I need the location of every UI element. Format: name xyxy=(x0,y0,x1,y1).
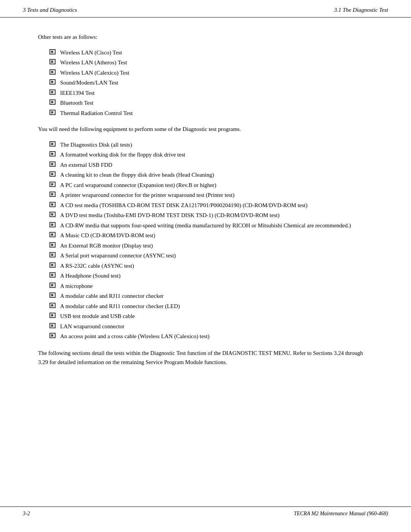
checkbox-icon xyxy=(49,272,56,278)
checkbox-icon xyxy=(49,222,56,227)
list-item: LAN wraparound connector xyxy=(49,322,373,331)
list-item: A microphone xyxy=(49,282,373,291)
list-item: A cleaning kit to clean the floppy disk … xyxy=(49,171,373,179)
item-text: A Headphone (Sound test) xyxy=(60,272,373,280)
checkbox-icon xyxy=(49,313,56,318)
checkbox-icon xyxy=(49,202,56,207)
checkbox-icon xyxy=(49,192,56,197)
checkbox-icon xyxy=(49,292,56,298)
list-item: Wireless LAN (Cisco) Test xyxy=(49,48,373,57)
list-item: A DVD test media (Toshiba-EMI DVD-ROM TE… xyxy=(49,211,373,220)
list-item: A PC card wraparound connector (Expansio… xyxy=(49,181,373,190)
item-text: A CD test media (TOSHIBA CD-ROM TEST DIS… xyxy=(60,201,373,210)
item-text: LAN wraparound connector xyxy=(60,322,373,331)
checkbox-icon xyxy=(49,110,56,115)
checkbox-icon xyxy=(49,262,56,268)
item-text: Bluetooth Test xyxy=(60,99,373,107)
item-text: A modular cable and RJ11 connector check… xyxy=(60,302,373,311)
checkbox-icon xyxy=(49,69,56,75)
item-text: An access point and a cross cable (Wirel… xyxy=(60,332,373,341)
checkbox-icon xyxy=(49,333,56,338)
footer-page-number: 3-2 xyxy=(23,511,30,517)
list-item: The Diagnostics Disk (all tests) xyxy=(49,141,373,149)
item-text: A RS-232C cable (ASYNC test) xyxy=(60,262,373,270)
list-item: Wireless LAN (Atheros) Test xyxy=(49,58,373,67)
main-content: Other tests are as follows: Wireless LAN… xyxy=(0,18,411,390)
item-text: Wireless LAN (Cisco) Test xyxy=(60,48,373,57)
checkbox-icon xyxy=(49,242,56,248)
list-item: A printer wraparound connector for the p… xyxy=(49,191,373,200)
item-text: A formatted working disk for the floppy … xyxy=(60,150,373,159)
item-text: A cleaning kit to clean the floppy disk … xyxy=(60,171,373,179)
equipment-intro: You will need the following equipment to… xyxy=(38,125,373,134)
page-footer: 3-2 TECRA M2 Maintenance Manual (960-468… xyxy=(0,506,411,521)
list-item: Wireless LAN (Calexico) Test xyxy=(49,69,373,77)
list-item: Bluetooth Test xyxy=(49,99,373,107)
header-right: 3.1 The Diagnostic Test xyxy=(334,7,388,13)
list-item: A formatted working disk for the floppy … xyxy=(49,150,373,159)
checkbox-icon xyxy=(49,182,56,187)
list-item: A CD test media (TOSHIBA CD-ROM TEST DIS… xyxy=(49,201,373,210)
checkbox-icon xyxy=(49,99,56,105)
list-item: Sound/Modem/LAN Test xyxy=(49,78,373,87)
item-text: Wireless LAN (Atheros) Test xyxy=(60,58,373,67)
checkbox-icon xyxy=(49,323,56,328)
item-text: A Music CD (CD-ROM/DVD-ROM test) xyxy=(60,231,373,240)
item-text: A Serial port wraparound connector (ASYN… xyxy=(60,251,373,260)
item-text: An External RGB monitor (Display test) xyxy=(60,241,373,250)
equipment-list: The Diagnostics Disk (all tests)A format… xyxy=(49,141,373,341)
list-item: Thermal Radiation Control Test xyxy=(49,109,373,118)
checkbox-icon xyxy=(49,79,56,85)
item-text: A printer wraparound connector for the p… xyxy=(60,191,373,200)
list-item: A modular cable and RJ11 connector check… xyxy=(49,302,373,311)
header-left: 3 Tests and Diagnostics xyxy=(23,7,77,13)
closing-text: The following sections detail the tests … xyxy=(38,348,373,367)
item-text: A DVD test media (Toshiba-EMI DVD-ROM TE… xyxy=(60,211,373,220)
page-header: 3 Tests and Diagnostics 3.1 The Diagnost… xyxy=(0,0,411,18)
item-text: A microphone xyxy=(60,282,373,291)
checkbox-icon xyxy=(49,252,56,257)
checkbox-icon xyxy=(49,232,56,237)
list-item: USB test module and USB cable xyxy=(49,312,373,321)
footer-manual-title: TECRA M2 Maintenance Manual (960-468) xyxy=(294,511,388,517)
item-text: USB test module and USB cable xyxy=(60,312,373,321)
checkbox-icon xyxy=(49,161,56,167)
intro-text: Other tests are as follows: xyxy=(38,33,373,42)
item-text: A PC card wraparound connector (Expansio… xyxy=(60,181,373,190)
checkbox-icon xyxy=(49,141,56,147)
checkbox-icon xyxy=(49,303,56,308)
list-item: An external USB FDD xyxy=(49,161,373,169)
checkbox-icon xyxy=(49,283,56,288)
list-item: IEEE1394 Test xyxy=(49,89,373,97)
list-item: A CD-RW media that supports four-speed w… xyxy=(49,221,373,230)
checkbox-icon xyxy=(49,171,56,177)
list-item: A Headphone (Sound test) xyxy=(49,272,373,280)
item-text: A CD-RW media that supports four-speed w… xyxy=(60,221,373,230)
checkbox-icon xyxy=(49,59,56,64)
page-container: 3 Tests and Diagnostics 3.1 The Diagnost… xyxy=(0,0,411,532)
item-text: An external USB FDD xyxy=(60,161,373,169)
checkbox-icon xyxy=(49,151,56,157)
test-list: Wireless LAN (Cisco) TestWireless LAN (A… xyxy=(49,48,373,118)
list-item: A modular cable and RJ11 connector check… xyxy=(49,292,373,300)
item-text: A modular cable and RJ11 connector check… xyxy=(60,292,373,300)
item-text: IEEE1394 Test xyxy=(60,89,373,97)
list-item: An access point and a cross cable (Wirel… xyxy=(49,332,373,341)
checkbox-icon xyxy=(49,49,56,54)
item-text: Wireless LAN (Calexico) Test xyxy=(60,69,373,77)
checkbox-icon xyxy=(49,212,56,217)
item-text: Thermal Radiation Control Test xyxy=(60,109,373,118)
checkbox-icon xyxy=(49,89,56,95)
list-item: A RS-232C cable (ASYNC test) xyxy=(49,262,373,270)
list-item: A Music CD (CD-ROM/DVD-ROM test) xyxy=(49,231,373,240)
item-text: Sound/Modem/LAN Test xyxy=(60,78,373,87)
list-item: A Serial port wraparound connector (ASYN… xyxy=(49,251,373,260)
item-text: The Diagnostics Disk (all tests) xyxy=(60,141,373,149)
list-item: An External RGB monitor (Display test) xyxy=(49,241,373,250)
